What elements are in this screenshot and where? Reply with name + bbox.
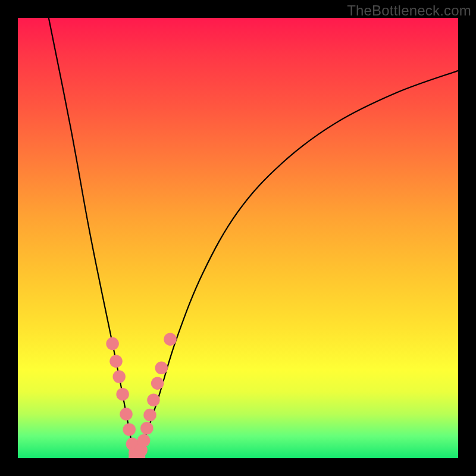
bead-left [106,337,118,350]
bead-left [116,388,129,400]
bead-right [137,434,150,447]
bead-bottom [129,450,142,458]
curve-layer [18,18,458,458]
bead-right [147,394,159,406]
bead-left [109,355,122,367]
beads-group [106,333,176,458]
bead-bottom [131,450,145,458]
curve-left [49,18,137,458]
watermark-text: TheBottleneck.com [347,2,471,19]
bead-right [151,377,164,389]
bead-right [164,333,176,345]
chart-frame: TheBottleneck.com [0,0,476,476]
bead-bottom [130,451,143,458]
curve-right [137,71,458,458]
bead-right [143,409,156,421]
plot-area [18,18,458,458]
bead-right [134,444,147,456]
bead-left [123,423,135,436]
bead-right [155,362,168,374]
bead-left [126,438,139,450]
bead-right [133,450,145,458]
bead-left [120,408,132,420]
bead-left [112,370,125,383]
bead-left [129,446,141,458]
bead-right [140,422,153,434]
